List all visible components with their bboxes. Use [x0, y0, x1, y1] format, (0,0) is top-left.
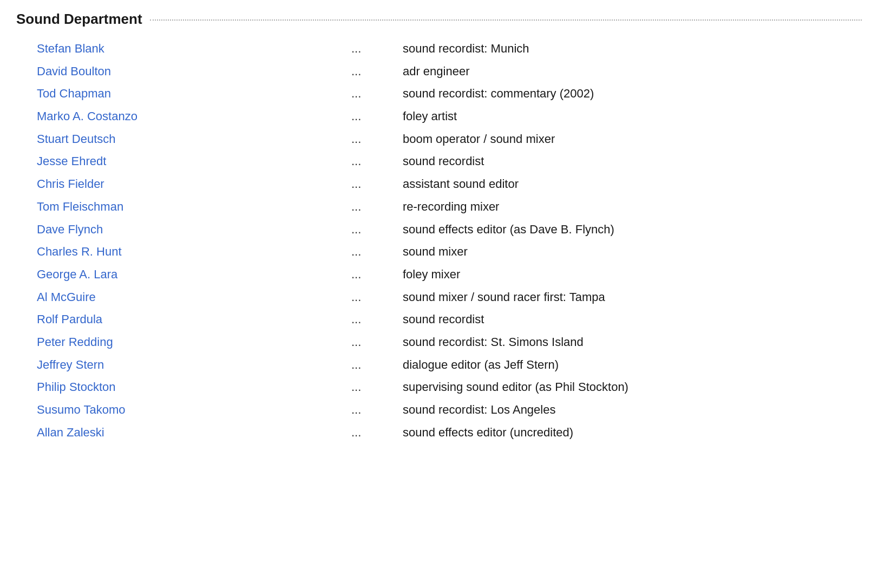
- crew-dots: ...: [343, 376, 398, 398]
- table-row: Tom Fleischman...re-recording mixer: [32, 195, 878, 218]
- crew-role: sound recordist: [398, 150, 878, 173]
- crew-dots: ...: [343, 60, 398, 83]
- crew-name[interactable]: Rolf Pardula: [32, 308, 343, 331]
- crew-role: re-recording mixer: [398, 195, 878, 218]
- crew-role: sound recordist: St. Simons Island: [398, 331, 878, 354]
- table-row: Peter Redding...sound recordist: St. Sim…: [32, 331, 878, 354]
- crew-dots: ...: [343, 37, 398, 60]
- crew-name[interactable]: Charles R. Hunt: [32, 240, 343, 263]
- crew-dots: ...: [343, 286, 398, 309]
- crew-dots: ...: [343, 128, 398, 151]
- crew-name[interactable]: Jesse Ehredt: [32, 150, 343, 173]
- sound-department-section: Sound Department Stefan Blank...sound re…: [16, 11, 862, 443]
- crew-role: supervising sound editor (as Phil Stockt…: [398, 376, 878, 398]
- table-row: Dave Flynch...sound effects editor (as D…: [32, 218, 878, 241]
- crew-table: Stefan Blank...sound recordist: MunichDa…: [32, 37, 878, 443]
- crew-name[interactable]: Tom Fleischman: [32, 195, 343, 218]
- crew-role: sound recordist: [398, 308, 878, 331]
- crew-name[interactable]: Susumo Takomo: [32, 398, 343, 421]
- table-row: George A. Lara...foley mixer: [32, 263, 878, 286]
- crew-name[interactable]: Al McGuire: [32, 286, 343, 309]
- crew-role: boom operator / sound mixer: [398, 128, 878, 151]
- table-row: Stuart Deutsch...boom operator / sound m…: [32, 128, 878, 151]
- table-row: Marko A. Costanzo...foley artist: [32, 105, 878, 128]
- crew-role: sound mixer / sound racer first: Tampa: [398, 286, 878, 309]
- crew-dots: ...: [343, 105, 398, 128]
- table-row: Philip Stockton...supervising sound edit…: [32, 376, 878, 398]
- table-row: Charles R. Hunt...sound mixer: [32, 240, 878, 263]
- table-row: Allan Zaleski...sound effects editor (un…: [32, 421, 878, 444]
- crew-role: sound effects editor (as Dave B. Flynch): [398, 218, 878, 241]
- crew-role: sound mixer: [398, 240, 878, 263]
- section-divider: [150, 19, 862, 21]
- crew-name[interactable]: Philip Stockton: [32, 376, 343, 398]
- crew-name[interactable]: Allan Zaleski: [32, 421, 343, 444]
- table-row: Stefan Blank...sound recordist: Munich: [32, 37, 878, 60]
- table-row: Al McGuire...sound mixer / sound racer f…: [32, 286, 878, 309]
- crew-name[interactable]: George A. Lara: [32, 263, 343, 286]
- section-title: Sound Department: [16, 11, 142, 28]
- table-row: Rolf Pardula...sound recordist: [32, 308, 878, 331]
- crew-dots: ...: [343, 195, 398, 218]
- crew-name[interactable]: Chris Fielder: [32, 173, 343, 195]
- crew-role: adr engineer: [398, 60, 878, 83]
- crew-role: sound recordist: commentary (2002): [398, 82, 878, 105]
- crew-role: assistant sound editor: [398, 173, 878, 195]
- section-header: Sound Department: [16, 11, 862, 28]
- crew-role: sound effects editor (uncredited): [398, 421, 878, 444]
- table-row: Tod Chapman...sound recordist: commentar…: [32, 82, 878, 105]
- crew-dots: ...: [343, 398, 398, 421]
- crew-name[interactable]: Peter Redding: [32, 331, 343, 354]
- crew-name[interactable]: Tod Chapman: [32, 82, 343, 105]
- crew-role: foley mixer: [398, 263, 878, 286]
- crew-dots: ...: [343, 421, 398, 444]
- crew-role: dialogue editor (as Jeff Stern): [398, 354, 878, 376]
- crew-name[interactable]: Marko A. Costanzo: [32, 105, 343, 128]
- table-row: Jeffrey Stern...dialogue editor (as Jeff…: [32, 354, 878, 376]
- crew-name[interactable]: Dave Flynch: [32, 218, 343, 241]
- crew-name[interactable]: Stuart Deutsch: [32, 128, 343, 151]
- table-row: David Boulton...adr engineer: [32, 60, 878, 83]
- crew-name[interactable]: Stefan Blank: [32, 37, 343, 60]
- table-row: Susumo Takomo...sound recordist: Los Ang…: [32, 398, 878, 421]
- crew-dots: ...: [343, 263, 398, 286]
- crew-dots: ...: [343, 82, 398, 105]
- table-row: Jesse Ehredt...sound recordist: [32, 150, 878, 173]
- crew-name[interactable]: David Boulton: [32, 60, 343, 83]
- crew-dots: ...: [343, 240, 398, 263]
- crew-dots: ...: [343, 150, 398, 173]
- crew-dots: ...: [343, 331, 398, 354]
- crew-role: sound recordist: Munich: [398, 37, 878, 60]
- table-row: Chris Fielder...assistant sound editor: [32, 173, 878, 195]
- crew-role: foley artist: [398, 105, 878, 128]
- crew-role: sound recordist: Los Angeles: [398, 398, 878, 421]
- crew-dots: ...: [343, 173, 398, 195]
- crew-dots: ...: [343, 354, 398, 376]
- crew-dots: ...: [343, 308, 398, 331]
- crew-dots: ...: [343, 218, 398, 241]
- crew-name[interactable]: Jeffrey Stern: [32, 354, 343, 376]
